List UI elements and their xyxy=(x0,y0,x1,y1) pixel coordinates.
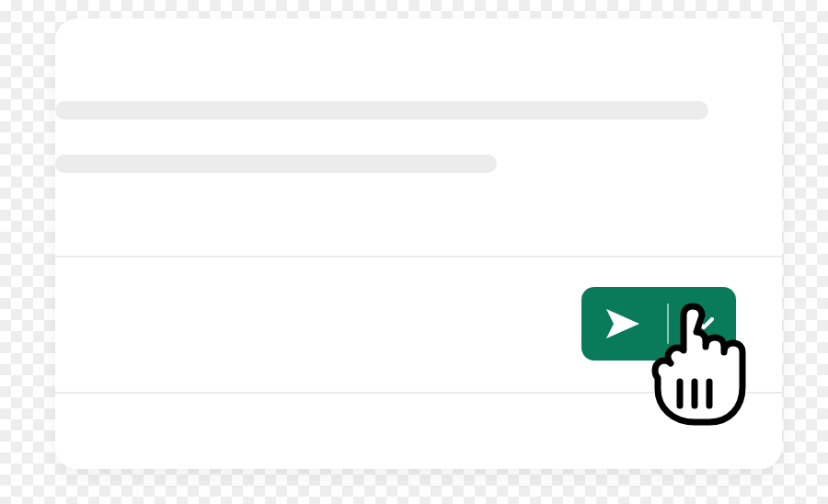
send-dropdown-button[interactable] xyxy=(685,287,722,361)
chevron-down-icon xyxy=(694,317,714,330)
send-split-button xyxy=(581,287,736,361)
placeholder-line xyxy=(55,155,497,173)
button-divider xyxy=(667,304,669,344)
message-card xyxy=(55,18,782,469)
input-area[interactable] xyxy=(55,256,782,394)
placeholder-line xyxy=(55,101,708,120)
send-icon xyxy=(604,307,641,340)
send-button[interactable] xyxy=(595,287,650,361)
